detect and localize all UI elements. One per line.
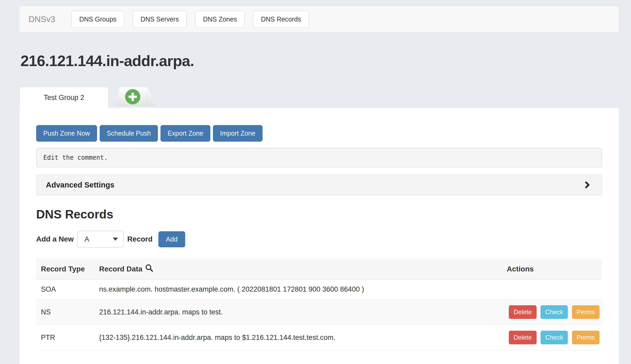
actions-cell: Delete Check Perms [502,325,602,350]
table-row-ptr: PTR {132-135}.216.121.144.in-addr.arpa. … [36,325,602,350]
record-type-header: Record Type [36,259,94,280]
zone-title: 216.121.144.in-addr.arpa. [20,52,619,69]
top-navbar: DNSv3 DNS Groups DNS Servers DNS Zones D… [19,6,619,33]
actions-cell [502,280,602,299]
record-type-cell: NS [36,299,94,325]
chevron-right-icon [582,181,590,189]
group-tabs: Test Group 2 [19,87,619,108]
add-group-tab-button[interactable] [114,87,156,106]
record-data-cell: ns.example.com. hostmaster.example.com. … [94,280,502,299]
nav-dns-records-button[interactable]: DNS Records [253,11,309,28]
add-record-prefix-label: Add a New [36,235,74,243]
tab-label: Test Group 2 [44,94,84,102]
record-type-selected-value: A [84,235,89,243]
add-record-row: Add a New A Record Add [36,231,602,248]
export-zone-button[interactable]: Export Zone [161,125,210,142]
dns-records-heading: DNS Records [36,207,602,221]
zone-comment-input[interactable]: Edit the comment. [36,148,602,167]
check-record-button[interactable]: Check [541,305,568,319]
search-icon[interactable] [145,264,153,274]
check-record-button[interactable]: Check [541,331,568,344]
delete-record-button[interactable]: Delete [509,305,536,319]
record-type-cell: PTR [36,325,94,350]
delete-record-button[interactable]: Delete [509,331,536,344]
actions-header: Actions [502,259,602,280]
tab-test-group-2[interactable]: Test Group 2 [19,87,109,108]
perms-record-button[interactable]: Perms [572,305,600,319]
record-data-header-label: Record Data [99,265,142,273]
perms-record-button[interactable]: Perms [572,331,600,344]
nav-dns-servers-button[interactable]: DNS Servers [133,11,187,28]
add-record-button[interactable]: Add [158,231,185,247]
table-header-row: Record Type Record Data Ac [36,259,602,280]
advanced-settings-toggle[interactable]: Advanced Settings [36,175,602,195]
record-type-cell: SOA [36,280,94,299]
record-type-select[interactable]: A [77,231,124,248]
record-data-cell: 216.121.144.in-addr.arpa. maps to test. [94,299,502,325]
schedule-push-button[interactable]: Schedule Push [100,125,158,142]
record-data-cell: {132-135}.216.121.144.in-addr.arpa. maps… [94,325,502,350]
import-zone-button[interactable]: Import Zone [213,125,263,142]
dns-records-table: Record Type Record Data Ac [36,259,602,350]
record-data-header: Record Data [94,259,502,280]
nav-dns-zones-button[interactable]: DNS Zones [195,11,245,28]
table-row-soa: SOA ns.example.com. hostmaster.example.c… [36,280,602,299]
nav-dns-groups-button[interactable]: DNS Groups [71,11,124,28]
push-zone-now-button[interactable]: Push Zone Now [36,125,97,142]
group-panel: Push Zone Now Schedule Push Export Zone … [19,108,619,364]
plus-icon [125,89,140,104]
caret-down-icon [113,238,118,241]
add-record-suffix-label: Record [127,235,152,243]
advanced-settings-label: Advanced Settings [46,181,114,189]
page-container: DNSv3 DNS Groups DNS Servers DNS Zones D… [19,6,619,364]
zone-action-buttons: Push Zone Now Schedule Push Export Zone … [36,125,602,142]
app-brand[interactable]: DNSv3 [29,14,55,24]
table-row-ns: NS 216.121.144.in-addr.arpa. maps to tes… [36,299,602,325]
actions-cell: Delete Check Perms [502,299,602,325]
